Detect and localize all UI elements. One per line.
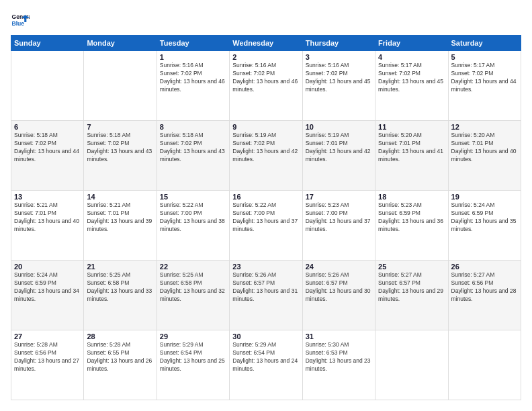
day-number: 19 [451,193,518,201]
day-info: Sunrise: 5:16 AM Sunset: 7:02 PM Dayligh… [232,62,299,94]
day-number: 11 [378,123,445,131]
day-cell: 16Sunrise: 5:22 AM Sunset: 7:00 PM Dayli… [230,191,302,261]
page: General Blue SundayMondayTuesdayWednesda… [0,0,532,411]
day-number: 22 [160,263,226,271]
day-cell: 23Sunrise: 5:26 AM Sunset: 6:57 PM Dayli… [230,261,302,330]
day-info: Sunrise: 5:20 AM Sunset: 7:01 PM Dayligh… [451,132,518,164]
day-number: 28 [87,332,153,340]
day-info: Sunrise: 5:22 AM Sunset: 7:00 PM Dayligh… [232,201,299,234]
col-header-wednesday: Wednesday [230,36,302,51]
day-number: 26 [451,263,518,271]
day-number: 8 [160,123,226,131]
calendar-table: SundayMondayTuesdayWednesdayThursdayFrid… [11,35,521,400]
day-cell: 2Sunrise: 5:16 AM Sunset: 7:02 PM Daylig… [230,51,302,121]
col-header-sunday: Sunday [11,36,84,51]
day-cell: 1Sunrise: 5:16 AM Sunset: 7:02 PM Daylig… [157,51,229,121]
week-row-3: 13Sunrise: 5:21 AM Sunset: 7:01 PM Dayli… [11,191,521,261]
day-info: Sunrise: 5:24 AM Sunset: 6:59 PM Dayligh… [451,201,518,234]
day-number: 12 [451,123,518,131]
day-cell: 11Sunrise: 5:20 AM Sunset: 7:01 PM Dayli… [375,121,448,191]
day-number: 13 [14,193,81,201]
day-cell: 20Sunrise: 5:24 AM Sunset: 6:59 PM Dayli… [11,261,84,330]
day-info: Sunrise: 5:29 AM Sunset: 6:54 PM Dayligh… [160,341,226,373]
day-info: Sunrise: 5:25 AM Sunset: 6:58 PM Dayligh… [160,271,226,304]
day-info: Sunrise: 5:19 AM Sunset: 7:02 PM Dayligh… [232,132,299,164]
day-cell: 12Sunrise: 5:20 AM Sunset: 7:01 PM Dayli… [448,121,521,191]
day-info: Sunrise: 5:27 AM Sunset: 6:56 PM Dayligh… [451,271,518,304]
day-cell: 18Sunrise: 5:23 AM Sunset: 6:59 PM Dayli… [375,191,448,261]
day-number: 14 [87,193,153,201]
day-number: 3 [306,53,372,61]
day-cell: 4Sunrise: 5:17 AM Sunset: 7:02 PM Daylig… [375,51,448,121]
day-cell: 17Sunrise: 5:23 AM Sunset: 7:00 PM Dayli… [302,191,375,261]
day-info: Sunrise: 5:27 AM Sunset: 6:57 PM Dayligh… [378,271,445,304]
day-info: Sunrise: 5:19 AM Sunset: 7:01 PM Dayligh… [306,132,372,164]
col-header-saturday: Saturday [448,36,521,51]
day-info: Sunrise: 5:18 AM Sunset: 7:02 PM Dayligh… [87,132,153,164]
week-row-5: 27Sunrise: 5:28 AM Sunset: 6:56 PM Dayli… [11,330,521,400]
day-cell: 8Sunrise: 5:18 AM Sunset: 7:02 PM Daylig… [157,121,229,191]
col-header-thursday: Thursday [302,36,375,51]
header-row: SundayMondayTuesdayWednesdayThursdayFrid… [11,36,521,51]
day-number: 21 [87,263,153,271]
day-info: Sunrise: 5:18 AM Sunset: 7:02 PM Dayligh… [14,132,81,164]
day-cell: 25Sunrise: 5:27 AM Sunset: 6:57 PM Dayli… [375,261,448,330]
header: General Blue [11,11,521,30]
day-cell: 5Sunrise: 5:17 AM Sunset: 7:02 PM Daylig… [448,51,521,121]
day-info: Sunrise: 5:20 AM Sunset: 7:01 PM Dayligh… [378,132,445,164]
col-header-monday: Monday [84,36,157,51]
day-info: Sunrise: 5:26 AM Sunset: 6:57 PM Dayligh… [306,271,372,304]
day-number: 29 [160,332,226,340]
day-cell: 9Sunrise: 5:19 AM Sunset: 7:02 PM Daylig… [230,121,302,191]
day-number: 23 [232,263,299,271]
day-cell: 14Sunrise: 5:21 AM Sunset: 7:01 PM Dayli… [84,191,157,261]
day-cell: 30Sunrise: 5:29 AM Sunset: 6:54 PM Dayli… [230,330,302,400]
day-cell: 24Sunrise: 5:26 AM Sunset: 6:57 PM Dayli… [302,261,375,330]
day-info: Sunrise: 5:22 AM Sunset: 7:00 PM Dayligh… [160,201,226,234]
day-number: 5 [451,53,518,61]
day-info: Sunrise: 5:25 AM Sunset: 6:58 PM Dayligh… [87,271,153,304]
day-info: Sunrise: 5:17 AM Sunset: 7:02 PM Dayligh… [378,62,445,94]
day-number: 18 [378,193,445,201]
day-number: 4 [378,53,445,61]
day-number: 2 [232,53,299,61]
day-info: Sunrise: 5:18 AM Sunset: 7:02 PM Dayligh… [160,132,226,164]
day-cell: 27Sunrise: 5:28 AM Sunset: 6:56 PM Dayli… [11,330,84,400]
day-cell: 26Sunrise: 5:27 AM Sunset: 6:56 PM Dayli… [448,261,521,330]
day-cell: 3Sunrise: 5:16 AM Sunset: 7:02 PM Daylig… [302,51,375,121]
week-row-4: 20Sunrise: 5:24 AM Sunset: 6:59 PM Dayli… [11,261,521,330]
day-info: Sunrise: 5:21 AM Sunset: 7:01 PM Dayligh… [14,201,81,234]
day-cell: 19Sunrise: 5:24 AM Sunset: 6:59 PM Dayli… [448,191,521,261]
logo: General Blue [11,11,30,30]
col-header-friday: Friday [375,36,448,51]
day-number: 24 [306,263,372,271]
day-info: Sunrise: 5:29 AM Sunset: 6:54 PM Dayligh… [232,341,299,373]
day-cell: 6Sunrise: 5:18 AM Sunset: 7:02 PM Daylig… [11,121,84,191]
day-info: Sunrise: 5:28 AM Sunset: 6:55 PM Dayligh… [87,341,153,373]
day-number: 17 [306,193,372,201]
day-info: Sunrise: 5:23 AM Sunset: 6:59 PM Dayligh… [378,201,445,234]
week-row-2: 6Sunrise: 5:18 AM Sunset: 7:02 PM Daylig… [11,121,521,191]
day-number: 1 [160,53,226,61]
day-cell: 22Sunrise: 5:25 AM Sunset: 6:58 PM Dayli… [157,261,229,330]
day-info: Sunrise: 5:23 AM Sunset: 7:00 PM Dayligh… [306,201,372,234]
day-info: Sunrise: 5:21 AM Sunset: 7:01 PM Dayligh… [87,201,153,234]
day-info: Sunrise: 5:24 AM Sunset: 6:59 PM Dayligh… [14,271,81,304]
day-info: Sunrise: 5:17 AM Sunset: 7:02 PM Dayligh… [451,62,518,94]
day-number: 16 [232,193,299,201]
day-cell: 31Sunrise: 5:30 AM Sunset: 6:53 PM Dayli… [302,330,375,400]
day-info: Sunrise: 5:16 AM Sunset: 7:02 PM Dayligh… [160,62,226,94]
day-number: 31 [306,332,372,340]
day-number: 10 [306,123,372,131]
day-number: 25 [378,263,445,271]
day-number: 30 [232,332,299,340]
day-cell: 15Sunrise: 5:22 AM Sunset: 7:00 PM Dayli… [157,191,229,261]
day-cell: 13Sunrise: 5:21 AM Sunset: 7:01 PM Dayli… [11,191,84,261]
col-header-tuesday: Tuesday [157,36,229,51]
logo-icon: General Blue [11,11,30,30]
day-info: Sunrise: 5:16 AM Sunset: 7:02 PM Dayligh… [306,62,372,94]
day-info: Sunrise: 5:30 AM Sunset: 6:53 PM Dayligh… [306,341,372,373]
day-info: Sunrise: 5:26 AM Sunset: 6:57 PM Dayligh… [232,271,299,304]
day-cell [84,51,157,121]
day-cell: 10Sunrise: 5:19 AM Sunset: 7:01 PM Dayli… [302,121,375,191]
